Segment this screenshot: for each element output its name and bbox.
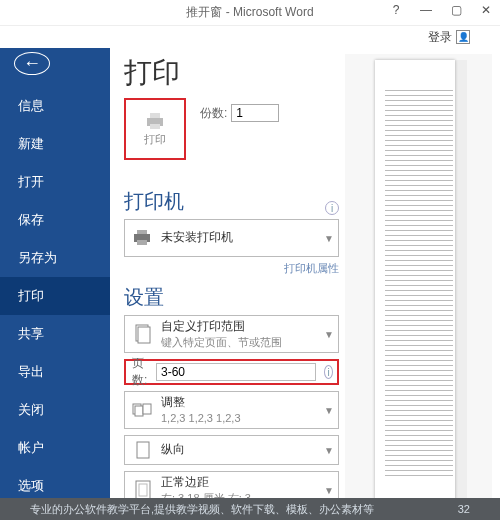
svg-rect-2	[150, 124, 160, 129]
nav-export[interactable]: 导出	[0, 353, 110, 391]
pages-row: 页数: i	[124, 359, 339, 385]
nav-new[interactable]: 新建	[0, 125, 110, 163]
chevron-down-icon: ▼	[320, 405, 338, 416]
watermark-footer: 专业的办公软件教学平台,提供教学视频、软件下载、模板、办公素材等 32	[0, 498, 500, 520]
chevron-down-icon: ▼	[320, 329, 338, 340]
help-icon[interactable]: ?	[382, 0, 410, 20]
svg-rect-4	[137, 230, 147, 234]
collate-line2: 1,2,3 1,2,3 1,2,3	[161, 411, 320, 425]
back-button[interactable]: ←	[14, 52, 50, 75]
print-preview	[345, 54, 492, 498]
orientation-icon	[125, 441, 161, 459]
settings-heading: 设置	[124, 284, 339, 311]
preview-page	[375, 60, 455, 498]
nav-info[interactable]: 信息	[0, 87, 110, 125]
nav-close[interactable]: 关闭	[0, 391, 110, 429]
collate-select[interactable]: 调整 1,2,3 1,2,3 1,2,3 ▼	[124, 391, 339, 429]
nav-open[interactable]: 打开	[0, 163, 110, 201]
nav-saveas[interactable]: 另存为	[0, 239, 110, 277]
margin-icon	[125, 480, 161, 498]
back-arrow-icon: ←	[23, 53, 41, 74]
orientation-select[interactable]: 纵向 ▼	[124, 435, 339, 465]
content: 打印 打印 份数: 打印机 i 未安装打印机 ▼	[110, 48, 500, 498]
print-row: 打印 份数:	[124, 98, 339, 160]
printer-status-icon	[125, 229, 161, 247]
pages-icon	[125, 323, 161, 345]
nav-print[interactable]: 打印	[0, 277, 110, 315]
printer-name: 未安装打印机	[161, 230, 320, 246]
minimize-icon[interactable]: —	[412, 0, 440, 20]
login-row: 登录 👤	[0, 26, 500, 48]
main: ← 信息 新建 打开 保存 另存为 打印 共享 导出 关闭 帐户 选项 打印 打…	[0, 48, 500, 498]
login-link[interactable]: 登录	[428, 29, 452, 46]
svg-rect-7	[138, 327, 150, 343]
print-button[interactable]: 打印	[124, 98, 186, 160]
margin-select[interactable]: 正常边距 左: 3.18 厘米 右: 3… ▼	[124, 471, 339, 498]
printer-select[interactable]: 未安装打印机 ▼	[124, 219, 339, 257]
window-buttons: ? — ▢ ✕	[382, 0, 500, 20]
page-title: 打印	[124, 54, 339, 92]
copies: 份数:	[200, 104, 279, 122]
svg-rect-10	[143, 404, 151, 414]
print-button-label: 打印	[144, 132, 166, 147]
svg-rect-9	[135, 406, 143, 416]
pages-label: 页数:	[130, 355, 150, 389]
collate-icon	[125, 401, 161, 419]
copies-input[interactable]	[231, 104, 279, 122]
range-line2: 键入特定页面、节或范围	[161, 335, 320, 349]
print-column: 打印 打印 份数: 打印机 i 未安装打印机 ▼	[124, 54, 339, 498]
nav-account[interactable]: 帐户	[0, 429, 110, 467]
collate-line1: 调整	[161, 395, 320, 411]
scrollbar-vertical[interactable]	[455, 60, 467, 498]
margin-line1: 正常边距	[161, 475, 320, 491]
orient-line1: 纵向	[161, 442, 320, 458]
printer-properties-link[interactable]: 打印机属性	[124, 261, 339, 276]
close-icon[interactable]: ✕	[472, 0, 500, 20]
window-title: 推开窗 - Microsoft Word	[186, 4, 313, 21]
chevron-down-icon: ▼	[320, 233, 338, 244]
print-range-select[interactable]: 自定义打印范围 键入特定页面、节或范围 ▼	[124, 315, 339, 353]
svg-rect-11	[137, 442, 149, 458]
footer-text: 专业的办公软件教学平台,提供教学视频、软件下载、模板、办公素材等	[30, 502, 374, 517]
backstage-sidebar: ← 信息 新建 打开 保存 另存为 打印 共享 导出 关闭 帐户 选项	[0, 48, 110, 498]
chevron-down-icon: ▼	[320, 445, 338, 456]
info-icon[interactable]: i	[324, 365, 333, 379]
margin-line2: 左: 3.18 厘米 右: 3…	[161, 491, 320, 498]
nav-share[interactable]: 共享	[0, 315, 110, 353]
printer-heading: 打印机	[124, 188, 184, 215]
chevron-down-icon: ▼	[320, 485, 338, 496]
pages-input[interactable]	[156, 363, 316, 381]
svg-rect-5	[137, 240, 147, 245]
range-line1: 自定义打印范围	[161, 319, 320, 335]
zoom-pct: 32	[458, 503, 470, 515]
user-icon[interactable]: 👤	[456, 30, 470, 44]
info-icon[interactable]: i	[325, 201, 339, 215]
copies-label: 份数:	[200, 105, 227, 122]
svg-rect-1	[150, 113, 160, 118]
titlebar: 推开窗 - Microsoft Word ? — ▢ ✕	[0, 0, 500, 26]
printer-icon	[144, 112, 166, 130]
nav-save[interactable]: 保存	[0, 201, 110, 239]
maximize-icon[interactable]: ▢	[442, 0, 470, 20]
